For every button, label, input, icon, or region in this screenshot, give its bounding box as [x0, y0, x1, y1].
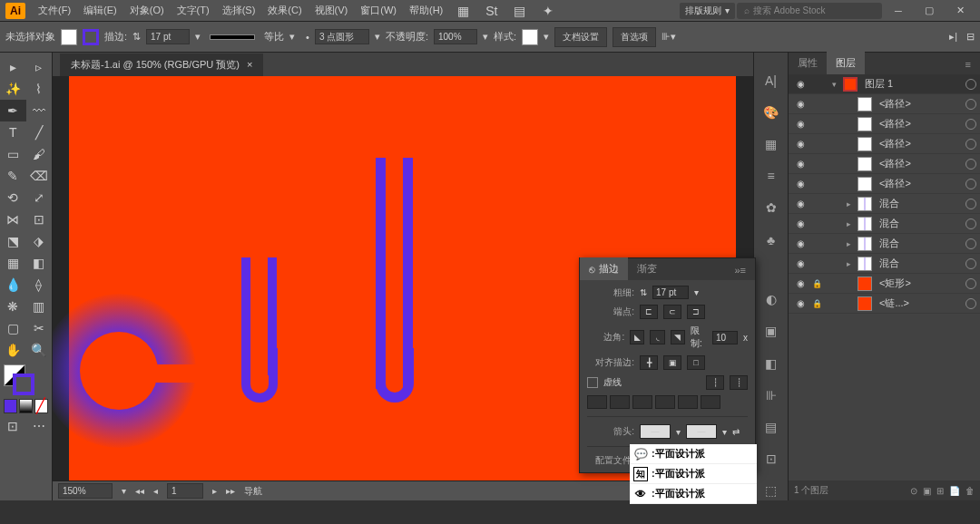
visibility-icon[interactable]: ◉: [792, 196, 808, 212]
asset-export-icon[interactable]: ⊡: [760, 450, 783, 469]
artboard-nav-prev-icon[interactable]: ◂◂: [135, 486, 144, 496]
target-icon[interactable]: [965, 278, 976, 289]
chevron-down-icon[interactable]: ▾: [122, 486, 126, 496]
arrow-start[interactable]: —: [640, 424, 671, 439]
fill-stroke-indicator[interactable]: [0, 361, 52, 397]
chevron-down-icon[interactable]: ▾: [544, 31, 549, 43]
visibility-icon[interactable]: ◉: [792, 116, 808, 132]
dash-align-icon[interactable]: ┊: [730, 375, 748, 390]
dashed-checkbox[interactable]: [587, 377, 598, 388]
chevron-down-icon[interactable]: ▾: [483, 31, 488, 43]
lock-icon[interactable]: 🔒: [812, 299, 825, 308]
gpu-icon[interactable]: ✦: [534, 0, 561, 22]
layer-row[interactable]: ◉▾图层 1: [789, 74, 980, 94]
maximize-button[interactable]: ▢: [915, 0, 944, 22]
menu-view[interactable]: 视图(V): [309, 2, 354, 19]
chevron-down-icon[interactable]: ▾: [195, 31, 201, 43]
tab-gradient[interactable]: 渐变: [628, 257, 666, 280]
direct-selection-tool[interactable]: ▹: [26, 56, 53, 78]
visibility-icon[interactable]: ◉: [792, 136, 808, 152]
properties-icon[interactable]: A|: [760, 71, 783, 90]
menu-help[interactable]: 帮助(H): [404, 2, 448, 19]
visibility-icon[interactable]: ◉: [792, 76, 808, 92]
style-swatch[interactable]: [522, 29, 538, 45]
target-icon[interactable]: [965, 99, 976, 110]
swap-icon[interactable]: ⇄: [732, 427, 740, 437]
new-layer-icon[interactable]: 📄: [949, 486, 960, 496]
close-button[interactable]: ✕: [946, 0, 975, 22]
symbol-sprayer-tool[interactable]: ❋: [0, 296, 26, 317]
hand-tool[interactable]: ✋: [0, 339, 26, 361]
target-icon[interactable]: [965, 119, 976, 130]
locate-icon[interactable]: ⊙: [910, 486, 917, 496]
stock-icon[interactable]: St: [478, 0, 505, 22]
artboard-tool[interactable]: ▢: [0, 317, 26, 339]
menu-object[interactable]: 对象(O): [124, 2, 170, 19]
limit-input[interactable]: [712, 331, 738, 344]
target-icon[interactable]: [965, 79, 976, 90]
workspace-switcher[interactable]: 排版规则 ▾: [680, 3, 735, 19]
dash-align-icon[interactable]: ┆: [706, 375, 724, 390]
symbols-icon[interactable]: ✿: [760, 199, 783, 218]
menu-edit[interactable]: 编辑(E): [78, 2, 122, 19]
align-center-icon[interactable]: ╋: [640, 355, 658, 370]
type-tool[interactable]: T: [0, 121, 26, 143]
stroke-weight-input[interactable]: [146, 29, 190, 44]
sublayer-row[interactable]: ◉<路径>: [789, 174, 980, 194]
target-icon[interactable]: [965, 238, 976, 249]
align-icon[interactable]: ⊪▾: [662, 31, 676, 43]
visibility-icon[interactable]: ◉: [792, 176, 808, 192]
visibility-icon[interactable]: ◉: [792, 216, 808, 232]
menu-type[interactable]: 文字(T): [172, 2, 215, 19]
mesh-tool[interactable]: ▦: [0, 252, 26, 274]
eraser-tool[interactable]: ⌫: [26, 165, 53, 187]
target-icon[interactable]: [965, 298, 976, 309]
magic-wand-tool[interactable]: ✨: [0, 78, 26, 100]
target-icon[interactable]: [965, 159, 976, 170]
chevron-down-icon[interactable]: ▾: [694, 287, 699, 297]
chevron-down-icon[interactable]: ▾: [676, 427, 681, 437]
sublayer-row[interactable]: ◉▸混合: [789, 194, 980, 214]
graph-tool[interactable]: ▥: [26, 296, 53, 317]
gradient-tool[interactable]: ◧: [26, 252, 53, 274]
document-setup-button[interactable]: 文档设置: [554, 27, 607, 47]
tab-stroke[interactable]: ⎋描边: [580, 257, 628, 280]
target-icon[interactable]: [965, 218, 976, 229]
selection-tool[interactable]: ▸: [0, 56, 26, 78]
transparency-icon[interactable]: ◧: [760, 354, 783, 373]
arrow-end[interactable]: —: [686, 424, 717, 439]
appearance-icon[interactable]: ◐: [760, 290, 783, 309]
tab-layers[interactable]: 图层: [827, 52, 865, 74]
visibility-icon[interactable]: ◉: [792, 236, 808, 252]
expand-icon[interactable]: ▸: [843, 239, 854, 248]
target-icon[interactable]: [965, 199, 976, 209]
gap-input[interactable]: [655, 395, 675, 409]
corner-bevel-icon[interactable]: ◥: [671, 330, 685, 344]
sublayer-row[interactable]: ◉<路径>: [789, 94, 980, 114]
libraries-icon[interactable]: ⬚: [760, 481, 783, 500]
chevron-down-icon[interactable]: ▾: [722, 427, 727, 437]
target-icon[interactable]: [965, 179, 976, 189]
corner-miter-icon[interactable]: ◣: [630, 330, 644, 344]
expand-icon[interactable]: ▸: [843, 259, 854, 268]
align-outside-icon[interactable]: □: [687, 355, 705, 370]
visibility-icon[interactable]: ◉: [792, 296, 808, 312]
cap-round-icon[interactable]: ⊂: [663, 305, 681, 319]
gap-input[interactable]: [610, 395, 630, 409]
brush-input[interactable]: [315, 29, 369, 44]
shaper-tool[interactable]: ✎: [0, 165, 26, 187]
sublayer-row[interactable]: ◉▸混合: [789, 234, 980, 254]
visibility-icon[interactable]: ◉: [792, 276, 808, 292]
artboard-number[interactable]: [167, 483, 203, 499]
close-tab-icon[interactable]: ×: [247, 59, 252, 70]
expand-icon[interactable]: ▾: [828, 80, 839, 89]
paintbrush-tool[interactable]: 🖌: [26, 143, 53, 165]
search-input[interactable]: ⌕搜索 Adobe Stock: [737, 3, 882, 19]
dash-input[interactable]: [632, 395, 652, 409]
stepper-icon[interactable]: ⇅: [640, 287, 647, 297]
visibility-icon[interactable]: ◉: [792, 96, 808, 112]
line-tool[interactable]: ╱: [26, 121, 53, 143]
dash-input[interactable]: [587, 395, 607, 409]
align-inside-icon[interactable]: ▣: [663, 355, 681, 370]
sublayer-row[interactable]: ◉🔒<矩形>: [789, 274, 980, 294]
